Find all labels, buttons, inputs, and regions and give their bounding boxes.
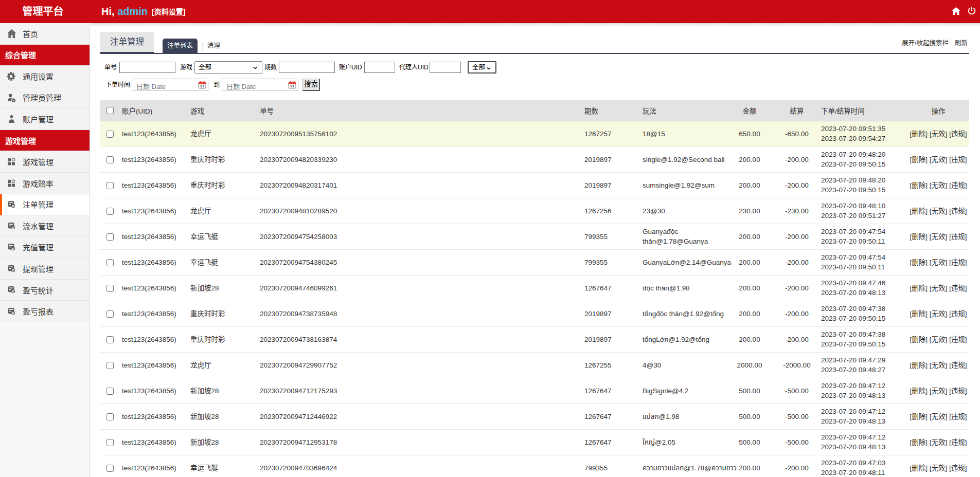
svg-text:31: 31 <box>200 84 204 88</box>
svg-text:31: 31 <box>290 84 294 88</box>
